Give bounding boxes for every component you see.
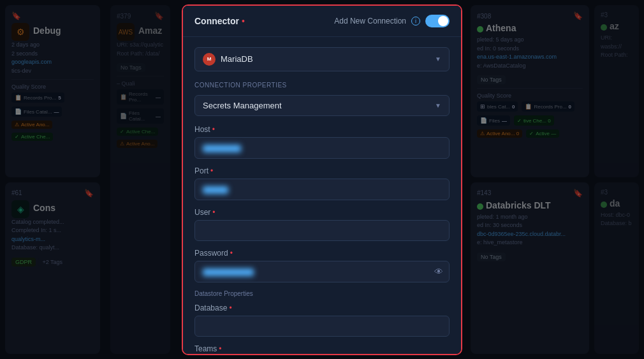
modal-header: Connector • Add New Connection i (183, 6, 461, 37)
user-required: • (212, 208, 215, 217)
host-field-group: Host • (194, 125, 450, 159)
database-label: Database • (194, 304, 450, 312)
connector-type-name: MariaDB (221, 54, 253, 64)
datastore-label: Datastore Properties (194, 290, 450, 297)
port-field-group: Port • (194, 166, 450, 200)
teams-required: • (219, 344, 221, 353)
host-blurred-value (203, 145, 241, 152)
secrets-dropdown[interactable]: Secrets Management ▼ (194, 95, 450, 116)
host-required: • (212, 125, 215, 134)
host-input[interactable] (194, 137, 450, 159)
port-label: Port • (194, 166, 450, 175)
password-blurred-value (203, 268, 254, 276)
user-field-group: User • (194, 208, 450, 241)
user-input-wrapper (194, 220, 450, 241)
port-blurred-value (203, 186, 228, 194)
secrets-name: Secrets Management (203, 101, 282, 110)
teams-label: Teams • (194, 344, 450, 353)
modal-title-required: • (242, 16, 245, 26)
add-connection-toggle[interactable] (425, 15, 450, 27)
password-field-group: Password • 👁 (194, 249, 450, 282)
port-input[interactable] (194, 179, 450, 200)
eye-icon[interactable]: 👁 (434, 267, 443, 277)
connector-modal: Connector • Add New Connection i M Maria… (182, 4, 462, 355)
database-field-group: Database • (194, 304, 450, 337)
modal-title: Connector (194, 16, 239, 26)
password-label: Password • (194, 249, 450, 258)
connector-dropdown-arrow: ▼ (435, 55, 441, 62)
modal-overlay: Connector • Add New Connection i M Maria… (0, 0, 644, 359)
password-required: • (230, 249, 233, 258)
password-input[interactable] (194, 261, 450, 282)
teams-field-group: Teams • Public ✕ ✕ ▼ (194, 344, 450, 355)
add-connection-section: Add New Connection i (334, 15, 450, 27)
add-connection-label: Add New Connection (334, 17, 406, 26)
datastore-section: Datastore Properties Database • Teams (194, 290, 450, 355)
database-required: • (229, 304, 231, 312)
host-label: Host • (194, 125, 450, 134)
info-icon[interactable]: i (411, 17, 420, 26)
user-input[interactable] (194, 220, 450, 241)
database-input-wrapper (194, 316, 450, 337)
connector-type-left: M MariaDB (203, 53, 253, 66)
modal-body: M MariaDB ▼ Connection Properties Secret… (183, 37, 461, 355)
secrets-dropdown-arrow: ▼ (435, 102, 441, 109)
mariadb-icon: M (203, 53, 216, 66)
connector-type-dropdown[interactable]: M MariaDB ▼ (194, 47, 450, 71)
user-label: User • (194, 208, 450, 217)
password-input-wrapper: 👁 (194, 261, 450, 282)
port-required: • (210, 166, 213, 175)
database-input[interactable] (194, 316, 450, 337)
connection-properties-label: Connection Properties (194, 82, 450, 89)
